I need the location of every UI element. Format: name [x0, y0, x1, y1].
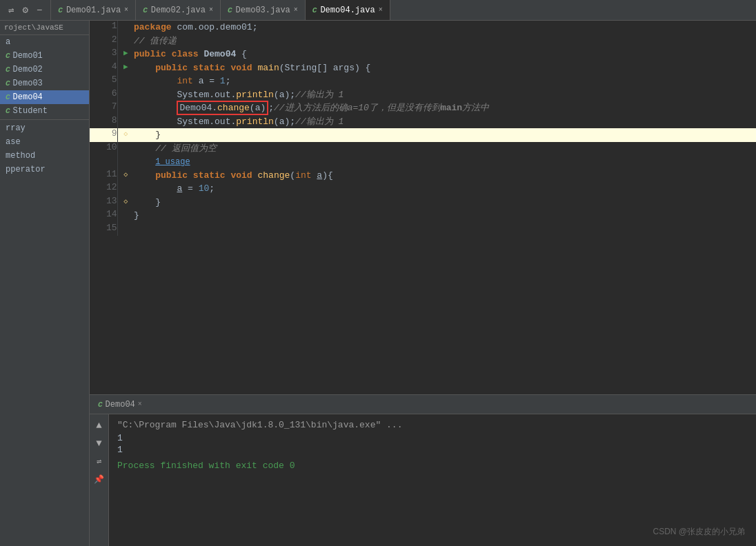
tab-demo03[interactable]: C Demo03.java × [221, 0, 306, 20]
editor-area: 1 package com.oop.demo01; 2 // 值传递 [90, 21, 756, 546]
line-number: . [90, 155, 117, 169]
line-number: 13 [90, 196, 117, 210]
tab-demo01[interactable]: C Demo01.java × [51, 0, 136, 20]
scroll-up-button[interactable]: ▲ [92, 418, 106, 432]
sidebar-item-demo04[interactable]: C Demo04 [0, 90, 89, 104]
close-tab-demo03[interactable]: × [294, 6, 298, 14]
table-row: 15 [90, 223, 756, 236]
line-code: } [134, 196, 756, 210]
line-number: 11 [90, 169, 117, 183]
tab-demo04[interactable]: C Demo04.java × [306, 0, 390, 20]
tab-label-demo01: Demo01.java [66, 6, 121, 15]
sidebar-item-pperator[interactable]: pperator [0, 163, 89, 176]
gear-icon[interactable]: ⚙ [19, 3, 30, 17]
line-code: // 值传递 [134, 34, 756, 48]
bottom-tab-demo04[interactable]: C Demo04 × [92, 395, 148, 414]
class-icon-demo03: C [6, 79, 10, 88]
line-number: 15 [90, 223, 117, 236]
close-tab-demo02[interactable]: × [209, 6, 213, 14]
tab-icon-demo04: C [312, 6, 317, 14]
scroll-down-button[interactable]: ▼ [92, 436, 106, 450]
line-gutter [117, 142, 134, 156]
sidebar-label-demo04: Demo04 [13, 92, 43, 102]
pin-output-button[interactable]: 📌 [92, 472, 106, 486]
line-number: 4 [90, 61, 117, 75]
line-gutter [117, 101, 134, 115]
line-gutter [117, 209, 134, 223]
line-code: } [134, 128, 756, 142]
sidebar-item-demo03[interactable]: C Demo03 [0, 77, 89, 90]
app-root: ⇌ ⚙ − C Demo01.java × C Demo02.java × C … [0, 0, 756, 546]
pin-icon[interactable]: ⇌ [6, 3, 17, 17]
sidebar-label-rray: rray [6, 123, 26, 133]
line-gutter: ▶ [117, 48, 134, 61]
tab-bar: ⇌ ⚙ − C Demo01.java × C Demo02.java × C … [0, 0, 756, 21]
class-icon-demo04: C [6, 93, 10, 101]
sidebar-item-demo01[interactable]: C Demo01 [0, 49, 89, 63]
sidebar-label-demo03: Demo03 [13, 79, 43, 88]
line-code: public class Demo04 { [134, 48, 756, 61]
bookmark-icon: ◇ [123, 130, 128, 138]
class-icon-demo01: C [6, 52, 10, 60]
line-code: System.out.println(a);//输出为 1 [134, 115, 756, 129]
sidebar-item-rray[interactable]: rray [0, 121, 89, 135]
line-gutter: ◇ [117, 128, 134, 142]
minus-icon[interactable]: − [34, 3, 45, 17]
line-number: 2 [90, 34, 117, 48]
toolbar-buttons: ⇌ ⚙ − [0, 0, 51, 20]
exec-line: "C:\Program Files\Java\jdk1.8.0_131\bin\… [117, 420, 748, 430]
line-gutter: ▶ [117, 61, 134, 75]
line-number: 14 [90, 209, 117, 223]
line-number: 5 [90, 74, 117, 88]
code-editor[interactable]: 1 package com.oop.demo01; 2 // 值传递 [90, 21, 756, 394]
console-tab-icon: C [98, 401, 103, 409]
sidebar-item-method[interactable]: method [0, 149, 89, 163]
line-code: int a = 1; [134, 74, 756, 88]
table-row: 9 ◇ } [90, 128, 756, 142]
line-number: 1 [90, 21, 117, 34]
bottom-panel: C Demo04 × ▲ ▼ ⇌ 📌 "C:\Program Files\Jav… [90, 394, 756, 546]
line-gutter [117, 115, 134, 129]
bookmark-icon: ◇ [123, 198, 128, 205]
table-row: 13 ◇ } [90, 196, 756, 210]
close-console-tab[interactable]: × [138, 401, 142, 408]
tab-label-demo04: Demo04.java [320, 6, 375, 15]
line-gutter [117, 34, 134, 48]
sidebar-label-a: a [6, 37, 10, 47]
tab-demo02[interactable]: C Demo02.java × [136, 0, 221, 20]
breadcrumb: roject\JavaSE [0, 21, 89, 35]
line-gutter: ◇ [117, 196, 134, 210]
sidebar-item-a[interactable]: a [0, 35, 89, 49]
line-code [134, 223, 756, 236]
table-row: 10 // 返回值为空 [90, 142, 756, 156]
sidebar-label-ase: ase [6, 137, 21, 147]
close-tab-demo01[interactable]: × [124, 6, 128, 14]
table-row: 11 ◇ public static void change(int a){ [90, 169, 756, 183]
line-code: public static void main(String[] args) { [134, 61, 756, 75]
table-row: 7 Demo04.change(a);//进入方法后的确a=10了，但是没有传到… [90, 101, 756, 115]
line-gutter [117, 155, 134, 169]
sidebar-item-demo02[interactable]: C Demo02 [0, 63, 89, 77]
line-code: Demo04.change(a);//进入方法后的确a=10了，但是没有传到ma… [134, 101, 756, 115]
line-code: } [134, 209, 756, 223]
line-code: a = 10; [134, 182, 756, 196]
usage-hint[interactable]: 1 usage [155, 157, 190, 167]
highlighted-call: Demo04.change(a) [177, 101, 268, 115]
line-number: 9 [90, 128, 117, 142]
table-row: 3 ▶ public class Demo04 { [90, 48, 756, 61]
run-icon[interactable]: ▶ [123, 49, 128, 57]
table-row: . 1 usage [90, 155, 756, 169]
sidebar-label-pperator: pperator [6, 165, 46, 174]
class-icon-demo02: C [6, 65, 10, 74]
tab-label-demo03: Demo03.java [236, 6, 290, 15]
close-tab-demo04[interactable]: × [379, 6, 383, 14]
run-icon[interactable]: ▶ [123, 63, 128, 71]
line-gutter [117, 182, 134, 196]
sidebar-label-demo01: Demo01 [13, 51, 43, 61]
sidebar-item-ase[interactable]: ase [0, 135, 89, 149]
sidebar-item-student[interactable]: C Student [0, 104, 89, 118]
table-row: 1 package com.oop.demo01; [90, 21, 756, 34]
line-gutter [117, 223, 134, 236]
wrap-output-button[interactable]: ⇌ [92, 454, 106, 468]
line-number: 8 [90, 115, 117, 129]
